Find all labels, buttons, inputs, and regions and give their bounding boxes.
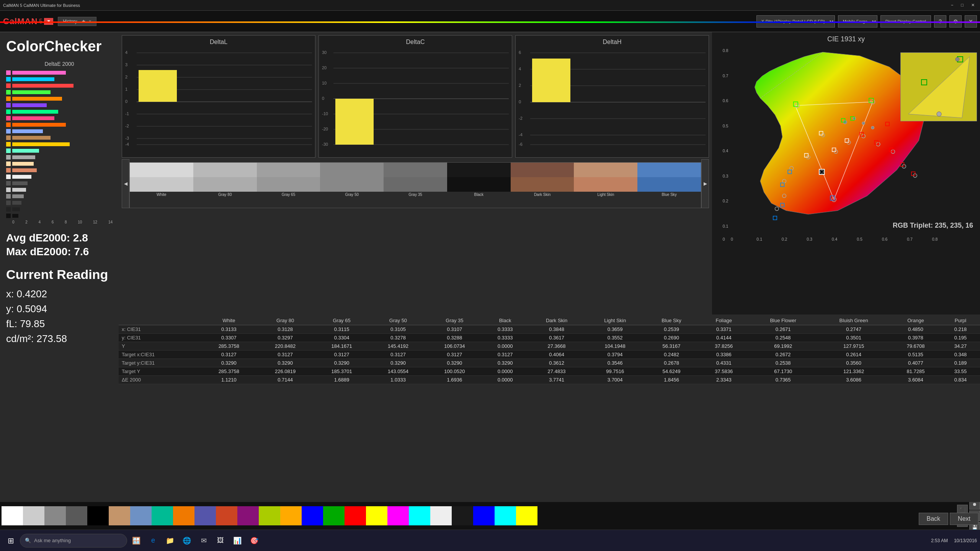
bottom-swatch[interactable]: Black — [87, 506, 109, 525]
scroll-right-btn[interactable]: ▶ — [701, 159, 709, 208]
toolbar: CalMAN 5 ▼ History - ★ × X-Rite i1Displa… — [0, 11, 980, 32]
table-cell: 0.3290 — [201, 359, 257, 367]
bottom-swatch[interactable]: Bluish Green — [152, 506, 173, 525]
bar-swatch — [6, 187, 11, 192]
bottom-swatch[interactable]: 10% Gray — [452, 506, 473, 525]
start-button[interactable]: ⊞ — [3, 533, 18, 548]
table-cell: 0.3552 — [586, 334, 644, 342]
swatch-col[interactable]: Light Skin — [574, 163, 637, 208]
bar-swatch — [6, 116, 11, 121]
swatch-col[interactable]: Dark Skin — [511, 163, 574, 208]
axis-label: 10 — [78, 220, 82, 224]
bar-row — [6, 148, 113, 153]
bar-fill — [12, 188, 26, 192]
bottom-swatch[interactable]: Yellow Green — [259, 506, 280, 525]
axis-label: 0 — [12, 220, 15, 224]
bottom-swatch[interactable]: White 2 — [430, 506, 452, 525]
bottom-swatch[interactable]: Gray 50 — [44, 506, 66, 525]
table-cell: 0.3290 — [370, 359, 426, 367]
minimize-btn[interactable]: − — [949, 3, 956, 8]
bottom-swatch[interactable]: Orange Yellow — [280, 506, 302, 525]
bottom-swatch[interactable]: Green — [323, 506, 345, 525]
bottom-swatch[interactable]: 100% Yellow — [516, 506, 537, 525]
swatch-col[interactable]: Blue Sky — [637, 163, 701, 208]
back-button[interactable]: Back — [919, 513, 949, 525]
swatch-col[interactable]: Gray 35 — [384, 163, 447, 208]
swatch-col[interactable]: Gray 65 — [257, 163, 320, 208]
swatch-record-btn[interactable]: ⏺ — [969, 502, 980, 510]
taskbar-icon-photos[interactable]: 🖼 — [213, 533, 228, 548]
bottom-swatch[interactable]: 100% Cyan — [495, 506, 516, 525]
table-cell: 54.6249 — [644, 367, 698, 376]
table-cell: 34.27 — [941, 342, 980, 350]
bottom-swatch[interactable]: Purplish Blue — [194, 506, 216, 525]
table-cell: 67.1730 — [749, 367, 817, 376]
table-cell: 0.3127 — [201, 350, 257, 359]
table-header-cell: Gray 35 — [426, 316, 483, 325]
bottom-swatch[interactable]: 100% Blue — [473, 506, 495, 525]
table-cell: 79.6708 — [890, 342, 941, 350]
svg-text:0: 0 — [125, 99, 127, 104]
table-header-cell: White — [201, 316, 257, 325]
taskbar-icon-browser[interactable]: 🌐 — [179, 533, 194, 548]
bottom-swatch[interactable]: Blue Flower — [130, 506, 152, 525]
taskbar-icon-app2[interactable]: 🎯 — [247, 533, 262, 548]
taskbar-icon-edge[interactable]: e — [145, 533, 161, 548]
bottom-swatch[interactable]: Gray 35 — [66, 506, 87, 525]
bottom-swatch[interactable]: Light Skin — [109, 506, 130, 525]
table-cell: 0.3115 — [314, 325, 370, 334]
table-cell: 0.3333 — [483, 325, 528, 334]
swatch-target — [193, 177, 257, 192]
bottom-swatch[interactable]: Purple — [237, 506, 259, 525]
table-cell: 0.348 — [941, 350, 980, 359]
deltaL-inner: 4 3 2 1 0 -1 — [125, 47, 312, 147]
table-cell: 0.3546 — [586, 359, 644, 367]
bottom-swatch[interactable]: Yellow — [366, 506, 387, 525]
bottom-swatch[interactable]: Magenta — [387, 506, 409, 525]
table-cell: 0.834 — [941, 376, 980, 384]
taskbar-icon-mail[interactable]: ✉ — [196, 533, 211, 548]
table-cell: 27.3668 — [528, 342, 586, 350]
scroll-left-btn[interactable]: ◀ — [122, 159, 129, 208]
table-cell: 0.0000 — [483, 367, 528, 376]
bottom-swatch[interactable]: Red — [345, 506, 366, 525]
swatch-col[interactable]: Gray 80 — [193, 163, 257, 208]
close-btn[interactable]: ✕ — [969, 3, 977, 8]
table-cell: 0.3304 — [314, 334, 370, 342]
bottom-swatch[interactable]: Gray 80 — [23, 506, 44, 525]
avg-stat: Avg dE2000: 2.8 — [6, 232, 113, 244]
bottom-swatch[interactable]: Orange — [173, 506, 194, 525]
swatch-col[interactable]: White — [130, 163, 193, 208]
bottom-swatch[interactable]: White — [2, 506, 23, 525]
bottom-swatch[interactable]: Cyan — [409, 506, 430, 525]
swatch-col[interactable]: Gray 50 — [320, 163, 384, 208]
taskbar-icon-store[interactable]: 🪟 — [129, 533, 144, 548]
taskbar-icon-explorer[interactable]: 📁 — [162, 533, 178, 548]
maximize-btn[interactable]: □ — [959, 3, 966, 8]
bottom-swatch[interactable]: Moderate Red — [216, 506, 237, 525]
swatch-col[interactable]: Black — [447, 163, 511, 208]
bar-swatch — [6, 90, 11, 95]
bar-swatch — [6, 201, 11, 205]
bar-row — [6, 70, 113, 75]
bar-fill — [12, 142, 70, 146]
search-bar[interactable]: 🔍 Ask me anything — [20, 534, 127, 548]
bar-fill — [12, 71, 66, 75]
table-cell: 0.3297 — [257, 334, 313, 342]
swatch-target — [130, 177, 193, 192]
table-cell: 0.3127 — [314, 350, 370, 359]
bar-swatch — [6, 77, 11, 82]
axis-label: 8 — [65, 220, 67, 224]
taskbar-icon-app1[interactable]: 📊 — [230, 533, 245, 548]
bottom-swatch[interactable]: Blue — [302, 506, 323, 525]
svg-text:4: 4 — [519, 67, 521, 71]
table-cell: 0.3848 — [528, 325, 586, 334]
next-button[interactable]: Next — [950, 513, 978, 525]
table-cell: 104.1948 — [586, 342, 644, 350]
reading-cdm2: cd/m²: 273.58 — [6, 331, 113, 346]
swatch-target — [574, 177, 637, 192]
nav-buttons: Back Next — [917, 511, 980, 527]
taskbar-date: 10/13/2016 — [954, 538, 977, 543]
svg-text:0: 0 — [731, 237, 733, 241]
table-row-label: Target y:CIE31 — [119, 359, 201, 367]
